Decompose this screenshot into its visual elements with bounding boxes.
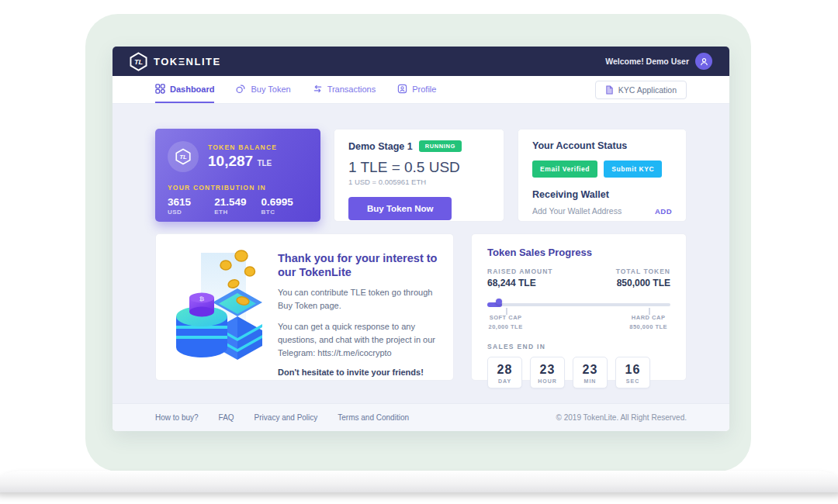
countdown: 28 DAY 23 HOUR 23 MIN 16 xyxy=(487,357,670,388)
token-balance-card: TL TOKEN BALANCE 10,287 TLE YOUR CONTRIB… xyxy=(155,129,320,222)
top-header: TL TOKΞNLITE Welcome! Demo User xyxy=(113,47,729,76)
countdown-seconds: 16 SEC xyxy=(615,357,650,388)
add-wallet-link[interactable]: ADD xyxy=(655,207,672,216)
running-status-badge: RUNNING xyxy=(419,140,462,152)
app-window: TL TOKΞNLITE Welcome! Demo User xyxy=(113,47,729,431)
progress-handle[interactable] xyxy=(496,299,502,305)
welcome-text: Welcome! Demo User xyxy=(605,57,689,66)
brand[interactable]: TL TOKΞNLITE xyxy=(130,52,221,71)
token-rate: 1 TLE = 0.5 USD xyxy=(348,159,490,176)
countdown-hours: 23 HOUR xyxy=(530,357,565,388)
thank-you-card: ₿ Thank you for your interest to our Tok… xyxy=(155,233,454,381)
nav-label: Buy Token xyxy=(251,85,290,94)
token-balance-unit: TLE xyxy=(257,159,272,167)
user-icon xyxy=(699,57,709,67)
soft-cap-labels: SOFT CAP 20,000 TLE xyxy=(488,313,522,332)
contribution-btc: 0.6995 BTC xyxy=(261,196,308,216)
hard-cap-labels: HARD CAP 850,000 TLE xyxy=(629,313,667,332)
footer-link-privacy[interactable]: Privacy and Policy xyxy=(255,413,318,422)
stage-title: Demo Stage 1 xyxy=(348,141,413,152)
token-icon-circle: TL xyxy=(168,141,199,172)
contribution-eth: 21.549 ETH xyxy=(214,196,261,216)
wallet-hint: Add Your Wallet Address xyxy=(532,206,622,216)
dashboard-icon xyxy=(155,84,165,94)
content-area: TL TOKEN BALANCE 10,287 TLE YOUR CONTRIB… xyxy=(113,104,729,403)
usd-eth-rate: 1 USD = 0.005961 ETH xyxy=(348,178,490,186)
sale-stage-card: Demo Stage 1 RUNNING 1 TLE = 0.5 USD 1 U… xyxy=(334,129,504,222)
kyc-button-label: KYC Application xyxy=(618,85,677,95)
profile-icon xyxy=(397,84,407,94)
raised-amount-block: RAISED AMOUNT 68,244 TLE xyxy=(487,268,552,288)
kyc-file-icon xyxy=(605,85,614,95)
thank-you-title: Thank you for your interest to our Token… xyxy=(278,251,438,279)
sales-progress-title: Token Sales Progress xyxy=(487,247,670,258)
nav-label: Profile xyxy=(412,85,436,94)
token-hexagon-icon: TL xyxy=(175,148,191,165)
user-avatar[interactable] xyxy=(695,53,712,70)
progress-track xyxy=(487,303,670,306)
nav-item-buy-token[interactable]: Buy Token xyxy=(236,76,290,103)
nav-label: Dashboard xyxy=(170,85,214,94)
brand-name: TOKΞNLITE xyxy=(154,56,221,67)
coins-stack-illustration: ₿ xyxy=(171,247,268,367)
footer-link-how-to-buy[interactable]: How to buy? xyxy=(155,413,199,422)
page: TL TOKΞNLITE Welcome! Demo User xyxy=(0,0,838,504)
thank-you-paragraph-2: You can get a quick response to any ques… xyxy=(278,320,438,360)
receiving-wallet-title: Receiving Wallet xyxy=(532,189,672,200)
total-token-block: TOTAL TOKEN 850,000 TLE xyxy=(616,268,670,288)
invite-friends-text: Don't hesitate to invite your friends! xyxy=(278,368,438,377)
raised-amount-value: 68,244 TLE xyxy=(487,278,552,288)
token-balance-amount: 10,287 TLE xyxy=(208,153,277,170)
sales-progress-slider xyxy=(487,298,670,312)
nav-item-dashboard[interactable]: Dashboard xyxy=(155,76,214,103)
footer: How to buy? FAQ Privacy and Policy Terms… xyxy=(113,403,729,431)
swap-arrows-icon xyxy=(313,84,323,94)
footer-link-faq[interactable]: FAQ xyxy=(219,413,234,422)
nav-item-transactions[interactable]: Transactions xyxy=(313,76,376,103)
thank-you-paragraph-1: You can contribute TLE token go through … xyxy=(278,286,438,312)
contribution-usd: 3615 USD xyxy=(168,196,214,216)
nav-item-profile[interactable]: Profile xyxy=(397,76,436,103)
token-balance-label: TOKEN BALANCE xyxy=(208,143,277,151)
coins-icon xyxy=(236,84,246,94)
footer-link-terms[interactable]: Terms and Condition xyxy=(338,413,409,422)
main-nav: Dashboard Buy Token Transactions xyxy=(113,76,729,104)
svg-text:TL: TL xyxy=(134,57,144,65)
tokenlite-logo-icon: TL xyxy=(130,52,147,71)
sales-end-label: SALES END IN xyxy=(487,343,670,350)
total-token-value: 850,000 TLE xyxy=(616,278,670,288)
submit-kyc-badge[interactable]: Submit KYC xyxy=(604,161,662,178)
account-status-card: Your Account Status Email Verified Submi… xyxy=(518,129,687,222)
kyc-application-button[interactable]: KYC Application xyxy=(595,81,687,99)
email-verified-badge[interactable]: Email Verified xyxy=(532,161,597,178)
svg-text:₿: ₿ xyxy=(199,295,205,302)
countdown-days: 28 DAY xyxy=(487,357,522,388)
svg-text:TL: TL xyxy=(179,154,187,161)
contribution-label: YOUR CONTRIBUTION IN xyxy=(168,184,308,192)
buy-token-now-button[interactable]: Buy Token Now xyxy=(348,197,452,220)
token-sales-progress-card: Token Sales Progress RAISED AMOUNT 68,24… xyxy=(471,233,687,381)
nav-label: Transactions xyxy=(327,85,376,94)
countdown-minutes: 23 MIN xyxy=(573,357,608,388)
copyright-text: © 2019 TokenLite. All Right Reserved. xyxy=(556,413,687,422)
account-status-title: Your Account Status xyxy=(532,140,672,151)
laptop-base xyxy=(0,471,838,492)
